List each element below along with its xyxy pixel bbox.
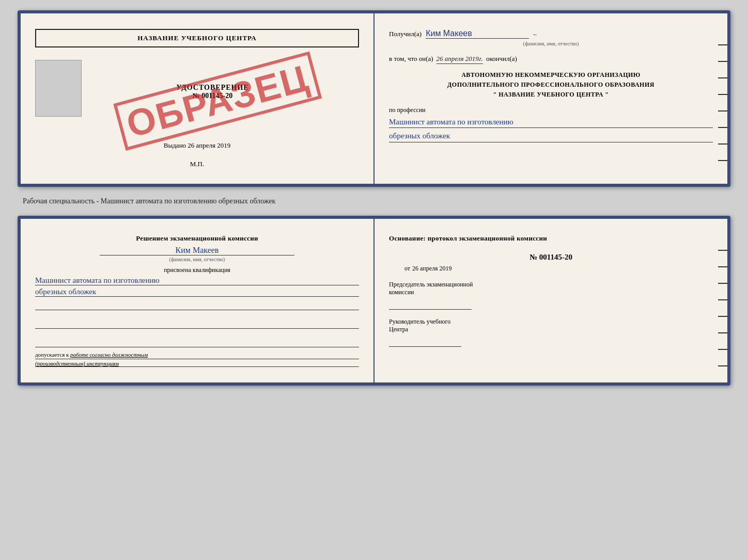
- bottom-side-dashes: [718, 250, 727, 366]
- poluchil-line: Получил(а) Ким Макеев –: [389, 29, 713, 39]
- top-spread: НАЗВАНИЕ УЧЕБНОГО ЦЕНТРА УДОСТОВЕРЕНИЕ №…: [18, 10, 730, 187]
- dopuskaetsya-line2: (производственным) инструкциям: [35, 360, 359, 367]
- dopuskaetsya-line: допускается к работе согласно должностны…: [35, 351, 359, 359]
- qualification-line2: обрезных обложек: [35, 287, 359, 297]
- predsedatel-line2: комиссии: [389, 289, 713, 296]
- mp-line: М.П.: [190, 160, 204, 168]
- b-dash-1: [718, 250, 727, 251]
- rukovoditel-block: Руководитель учебного Центра: [389, 318, 713, 347]
- empty-line-3: [35, 338, 359, 347]
- osnovanie-label: Основание: протокол экзаменационной коми…: [389, 234, 547, 242]
- b-dash-8: [718, 365, 727, 366]
- osnovanie-block: Основание: протокол экзаменационной коми…: [389, 234, 713, 243]
- udostoverenie-num: № 001145-20: [176, 92, 248, 100]
- predsedatel-sign-line: [389, 299, 472, 310]
- predsedatel-line1: Председатель экзаменационной: [389, 281, 713, 289]
- bottom-spread: Решением экзаменационной комиссии Ким Ма…: [18, 216, 730, 386]
- po-professii-label: по профессии: [389, 106, 713, 114]
- dash-1: [718, 44, 727, 45]
- resheniem-text: Решением экзаменационной комиссии: [136, 234, 258, 242]
- photo-placeholder: [35, 60, 82, 117]
- mp-label: М.П.: [190, 160, 204, 168]
- rukovoditel-sign-line: [389, 337, 461, 347]
- udostoverenie-block: УДОСТОВЕРЕНИЕ № 001145-20: [176, 84, 248, 100]
- b-dash-6: [718, 332, 727, 333]
- org-line2: ДОПОЛНИТЕЛЬНОГО ПРОФЕССИОНАЛЬНОГО ОБРАЗО…: [389, 80, 713, 90]
- b-dash-2: [718, 266, 727, 267]
- top-left-page: НАЗВАНИЕ УЧЕБНОГО ЦЕНТРА УДОСТОВЕРЕНИЕ №…: [21, 13, 375, 184]
- rukovoditel-line1: Руководитель учебного: [389, 318, 713, 326]
- fio-subtitle: (фамилия, имя, отчество): [389, 41, 713, 46]
- okonchil-label: окончил(а): [486, 55, 517, 63]
- empty-line-2: [35, 319, 359, 329]
- b-dash-5: [718, 316, 727, 317]
- protocol-num: № 001145-20: [389, 253, 713, 262]
- rukovoditel-line2: Центра: [389, 326, 713, 333]
- qualification-line1: Машинист автомата по изготовлению: [35, 276, 359, 285]
- org-line3: " НАЗВАНИЕ УЧЕБНОГО ЦЕНТРА ": [389, 90, 713, 100]
- specialty-label: Рабочая специальность - Машинист автомат…: [18, 196, 730, 206]
- vydano-line: Выдано 26 апреля 2019: [164, 141, 230, 150]
- dash-4: [718, 94, 727, 95]
- profession-line1: Машинист автомата по изготовлению: [389, 116, 713, 129]
- school-name-box: НАЗВАНИЕ УЧЕБНОГО ЦЕНТРА: [35, 29, 359, 47]
- dash-8: [718, 160, 727, 161]
- dash-6: [718, 127, 727, 128]
- vtom-date: 26 апреля 2019г.: [437, 55, 483, 64]
- bottom-fio-name: Ким Макеев: [100, 246, 294, 255]
- org-block: АВТОНОМНУЮ НЕКОММЕРЧЕСКУЮ ОРГАНИЗАЦИЮ ДО…: [389, 70, 713, 100]
- predsedatel-block: Председатель экзаменационной комиссии: [389, 281, 713, 310]
- dash-2: [718, 61, 727, 62]
- obrazets-stamp: ОБРАЗЕЦ: [113, 51, 322, 151]
- dopuskaetsya-italic: работе согласно должностным: [70, 351, 148, 358]
- ot-line: от 26 апреля 2019: [404, 265, 713, 273]
- vydano-label: Выдано: [164, 141, 186, 149]
- vtom-label: в том, что он(а): [389, 55, 433, 63]
- prisvoena-label: присвоена квалификация: [35, 266, 359, 274]
- b-dash-3: [718, 283, 727, 284]
- bottom-left-page: Решением экзаменационной комиссии Ким Ма…: [21, 219, 375, 382]
- dopuskaetsya-text: допускается к: [35, 351, 69, 358]
- resheniem-block: Решением экзаменационной комиссии: [35, 234, 359, 243]
- ot-label: от: [404, 265, 410, 273]
- empty-line-1: [35, 301, 359, 310]
- bottom-right-page: Основание: протокол экзаменационной коми…: [375, 219, 727, 382]
- poluchil-name: Ким Макеев: [426, 29, 529, 39]
- school-name-text: НАЗВАНИЕ УЧЕБНОГО ЦЕНТРА: [137, 34, 257, 42]
- vtom-line: в том, что он(а) 26 апреля 2019г. окончи…: [389, 55, 713, 64]
- top-right-page: Получил(а) Ким Макеев – (фамилия, имя, о…: [375, 13, 727, 184]
- udostoverenie-title: УДОСТОВЕРЕНИЕ: [176, 84, 248, 92]
- b-dash-4: [718, 299, 727, 300]
- b-dash-7: [718, 349, 727, 350]
- poluchil-label: Получил(а): [389, 30, 422, 38]
- dash-5: [718, 110, 727, 111]
- org-line1: АВТОНОМНУЮ НЕКОММЕРЧЕСКУЮ ОРГАНИЗАЦИЮ: [389, 70, 713, 80]
- bottom-fio-sub: (фамилия, имя, отчество): [35, 257, 359, 262]
- vydano-date: 26 апреля 2019: [188, 141, 230, 149]
- dash-right: –: [533, 30, 537, 38]
- dash-7: [718, 143, 727, 145]
- ot-date: 26 апреля 2019: [412, 265, 451, 273]
- profession-line2: обрезных обложек: [389, 130, 713, 142]
- empty-lines: [35, 301, 359, 347]
- side-dashes: [718, 44, 727, 161]
- dash-3: [718, 77, 727, 78]
